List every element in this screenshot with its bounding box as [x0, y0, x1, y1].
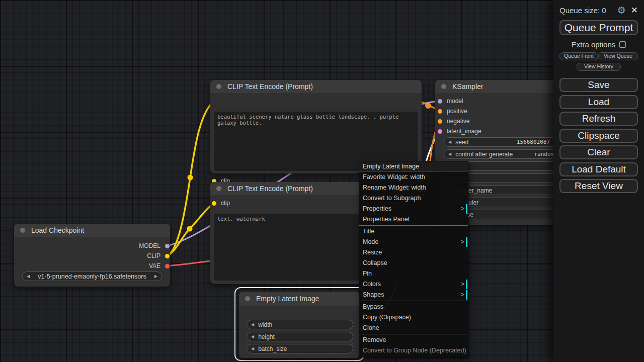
menu-item-pin[interactable]: Pin: [359, 268, 468, 279]
port-dot-positive[interactable]: [438, 109, 442, 114]
output-port-vae[interactable]: VAE: [149, 261, 170, 270]
widget-width[interactable]: ◀ width: [247, 320, 353, 329]
menu-item-rename-widget[interactable]: Rename Widget: width: [359, 183, 468, 193]
widget-ckpt-name[interactable]: ◀ v1-5-pruned-emaonly-fp16.safetensors ▶: [22, 272, 162, 281]
decrement-icon[interactable]: ◀: [251, 346, 254, 351]
input-port-clip[interactable]: clip: [212, 199, 230, 208]
save-button[interactable]: Save: [559, 78, 638, 92]
clear-button[interactable]: Clear: [559, 145, 638, 159]
widget-control-after-generate[interactable]: ◀ control after generate randomize: [444, 149, 569, 159]
menu-item-collapse[interactable]: Collapse: [359, 258, 468, 268]
submenu-marker: [466, 204, 467, 214]
load-default-button[interactable]: Load Default: [559, 162, 638, 176]
port-dot-model[interactable]: [438, 99, 442, 104]
node-title-bar[interactable]: CLIP Text Encode (Prompt): [210, 80, 422, 93]
menu-item-bypass[interactable]: Bypass: [359, 302, 468, 312]
port-dot-latent[interactable]: [438, 129, 442, 134]
node-empty-latent-image[interactable]: Empty Latent Image ◀ width ◀ height ◀ ba…: [239, 292, 360, 358]
queue-menu-panel: Queue size: 0 ⚙ ✕ Queue Prompt Extra opt…: [553, 0, 644, 362]
port-dot-negative[interactable]: [438, 119, 442, 124]
menu-item-label: Properties: [363, 205, 391, 212]
widget-label: scheduler: [452, 199, 564, 206]
menu-item-resize[interactable]: Resize: [359, 247, 468, 258]
menu-item-remove[interactable]: Remove: [359, 335, 468, 345]
collapse-dot-icon[interactable]: [216, 84, 221, 89]
menu-item-clone[interactable]: Clone: [359, 323, 468, 333]
queue-size-label: Queue size: 0: [559, 6, 617, 15]
collapse-dot-icon[interactable]: [245, 296, 250, 301]
widget-label: batch_size: [258, 345, 349, 352]
view-history-button[interactable]: View History: [577, 63, 621, 71]
widget-batch-size[interactable]: ◀ batch_size: [247, 344, 353, 353]
port-dot-clip[interactable]: [212, 201, 216, 206]
menu-item-label: Colors: [363, 281, 381, 288]
input-port-model[interactable]: model: [438, 97, 463, 106]
decrement-icon[interactable]: ◀: [448, 152, 451, 156]
menu-item-title[interactable]: Title: [359, 226, 468, 237]
menu-item-favorite-widget[interactable]: Favorite Widget: width: [359, 172, 468, 183]
menu-item-shapes[interactable]: Shapes >: [359, 290, 468, 300]
port-label: CLIP: [147, 252, 160, 259]
node-load-checkpoint[interactable]: Load Checkpoint MODEL CLIP VAE ◀ v1-5-pr…: [14, 224, 170, 287]
port-label: clip: [221, 200, 230, 207]
collapse-dot-icon[interactable]: [216, 186, 221, 191]
input-port-latent-image[interactable]: latent_image: [438, 127, 481, 136]
reset-view-button[interactable]: Reset View: [559, 179, 638, 193]
collapse-dot-icon[interactable]: [441, 84, 446, 89]
extra-options-checkbox[interactable]: [619, 41, 626, 48]
input-port-positive[interactable]: positive: [438, 107, 467, 116]
load-button[interactable]: Load: [559, 95, 638, 109]
menu-item-label: Shapes: [363, 291, 384, 298]
submenu-arrow-icon: >: [461, 204, 464, 214]
submenu-marker: [466, 280, 467, 289]
widget-label: sampler_name: [452, 187, 564, 194]
menu-item-convert-to-subgraph[interactable]: Convert to Subgraph: [359, 193, 468, 204]
decrement-icon[interactable]: ◀: [251, 334, 254, 339]
queue-front-button[interactable]: Queue Front: [559, 52, 598, 60]
submenu-arrow-icon: >: [461, 290, 464, 300]
port-label: VAE: [149, 262, 160, 269]
menu-item-convert-to-group-node: Convert to Group Node (Deprecated): [359, 345, 468, 356]
port-dot-vae[interactable]: [165, 264, 170, 268]
queue-prompt-button[interactable]: Queue Prompt: [559, 20, 638, 35]
output-port-clip[interactable]: CLIP: [147, 251, 170, 260]
wire-dot[interactable]: [425, 103, 431, 109]
menu-item-colors[interactable]: Colors >: [359, 279, 468, 290]
port-dot-model[interactable]: [165, 244, 170, 248]
wire-dot[interactable]: [188, 175, 193, 180]
port-dot-clip[interactable]: [165, 254, 170, 258]
close-icon[interactable]: ✕: [631, 5, 638, 16]
submenu-marker: [466, 237, 467, 247]
widget-seed[interactable]: ◀ seed 1566802087: [444, 137, 569, 147]
node-title-bar[interactable]: KSampler: [435, 80, 574, 93]
decrement-icon[interactable]: ◀: [448, 140, 451, 144]
settings-gear-icon[interactable]: ⚙: [617, 5, 626, 16]
clipspace-button[interactable]: Clipspace: [559, 129, 638, 143]
port-label: model: [447, 98, 463, 105]
node-title: KSampler: [452, 82, 483, 90]
port-label: MODEL: [139, 242, 160, 249]
collapse-dot-icon[interactable]: [20, 228, 25, 233]
node-title-bar[interactable]: Load Checkpoint: [14, 224, 170, 237]
port-label: negative: [447, 118, 469, 125]
menu-item-properties-panel[interactable]: Properties Panel: [359, 214, 468, 225]
menu-separator: [359, 301, 468, 301]
menu-item-copy-clipspace[interactable]: Copy (Clipspace): [359, 312, 468, 323]
menu-item-mode[interactable]: Mode >: [359, 237, 468, 247]
widget-height[interactable]: ◀ height: [247, 332, 353, 341]
node-title-bar[interactable]: Empty Latent Image: [239, 292, 360, 306]
node-title: Load Checkpoint: [31, 226, 84, 234]
wire-dot[interactable]: [187, 226, 193, 232]
node-clip-text-encode-1[interactable]: CLIP Text Encode (Prompt) clip CONDITION…: [210, 80, 422, 173]
extra-options-label: Extra options: [572, 40, 616, 49]
widget-label: width: [258, 321, 349, 328]
input-port-negative[interactable]: negative: [438, 117, 469, 126]
port-label: latent_image: [447, 128, 481, 135]
output-port-model[interactable]: MODEL: [139, 241, 170, 250]
next-option-icon[interactable]: ▶: [154, 274, 157, 279]
decrement-icon[interactable]: ◀: [251, 322, 254, 327]
refresh-button[interactable]: Refresh: [559, 112, 638, 126]
menu-item-properties[interactable]: Properties >: [359, 204, 468, 214]
node-context-menu: Empty Latent Image Favorite Widget: widt…: [359, 161, 468, 357]
view-queue-button[interactable]: View Queue: [598, 52, 638, 60]
